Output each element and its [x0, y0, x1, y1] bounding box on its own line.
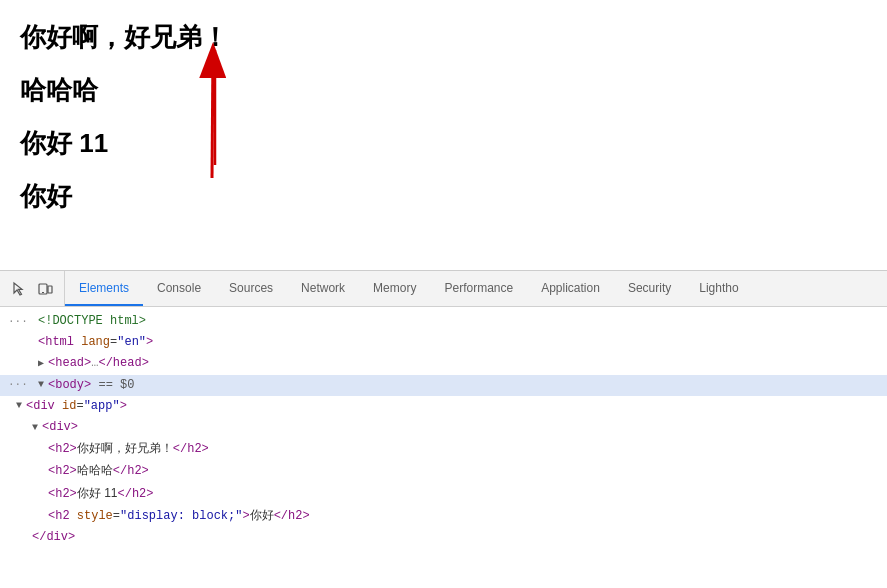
tab-security[interactable]: Security: [614, 271, 685, 306]
tab-sources[interactable]: Sources: [215, 271, 287, 306]
main-content: 你好啊，好兄弟！ 哈哈哈 你好 11 你好: [0, 0, 887, 270]
devtools-code-view[interactable]: ··· <!DOCTYPE html> <html lang="en"> <he…: [0, 307, 887, 588]
tab-application[interactable]: Application: [527, 271, 614, 306]
devtools-icon-group: [0, 271, 65, 306]
code-line-doctype: ··· <!DOCTYPE html>: [0, 311, 887, 332]
code-line-h2-1: <h2>你好啊，好兄弟！</h2>: [0, 438, 887, 460]
code-line-head: <head>…</head>: [0, 353, 887, 374]
code-line-h2-2: <h2>哈哈哈</h2>: [0, 460, 887, 482]
page-text-3: 你好 11: [20, 126, 867, 161]
code-line-div-app: <div id="app">: [0, 396, 887, 417]
tab-network[interactable]: Network: [287, 271, 359, 306]
code-line-h2-4: <h2 style="display: block;">你好</h2>: [0, 505, 887, 527]
code-line-div: <div>: [0, 417, 887, 438]
page-text-1: 你好啊，好兄弟！: [20, 20, 867, 55]
devtools-tabs: Elements Console Sources Network Memory …: [65, 271, 887, 306]
tab-memory[interactable]: Memory: [359, 271, 430, 306]
triangle-head-icon[interactable]: [38, 356, 44, 372]
inspector-icon[interactable]: [8, 278, 30, 300]
code-line-h2-3: <h2>你好 11</h2>: [0, 483, 887, 505]
triangle-div-icon[interactable]: [32, 420, 38, 436]
page-text-2: 哈哈哈: [20, 73, 867, 108]
code-line-html: <html lang="en">: [0, 332, 887, 353]
code-line-body: ··· <body> == $0: [0, 375, 887, 396]
devtools-toolbar: Elements Console Sources Network Memory …: [0, 271, 887, 307]
tab-console[interactable]: Console: [143, 271, 215, 306]
tab-lighthouse[interactable]: Lightho: [685, 271, 752, 306]
device-icon[interactable]: [34, 278, 56, 300]
tab-elements[interactable]: Elements: [65, 271, 143, 306]
svg-rect-8: [48, 286, 52, 293]
triangle-div-app-icon[interactable]: [16, 398, 22, 414]
page-text-4: 你好: [20, 179, 867, 214]
code-line-div-close: </div>: [0, 527, 887, 548]
tab-performance[interactable]: Performance: [430, 271, 527, 306]
triangle-body-icon[interactable]: [38, 377, 44, 393]
devtools-panel: Elements Console Sources Network Memory …: [0, 270, 887, 588]
